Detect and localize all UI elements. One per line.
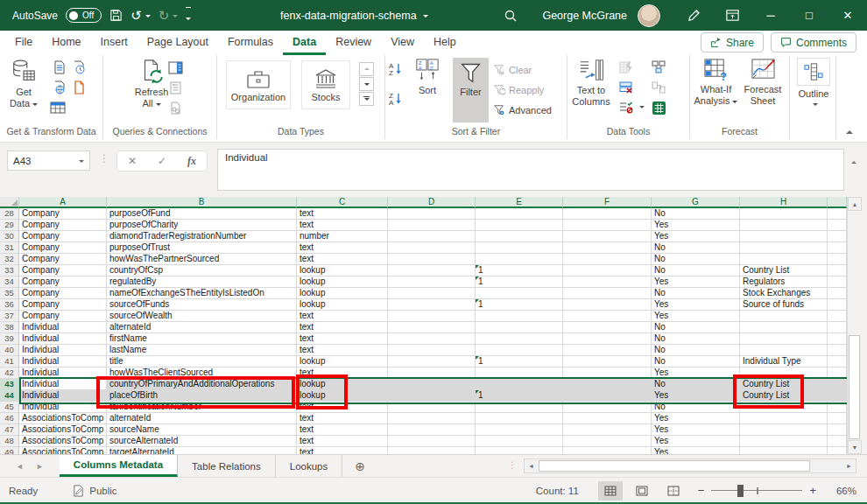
cell-G33[interactable]: No: [652, 265, 740, 276]
filter-button[interactable]: Filter: [453, 58, 489, 122]
cell-E37[interactable]: [476, 311, 563, 322]
from-text-csv-icon[interactable]: [51, 59, 68, 76]
cell-C44[interactable]: lookup: [297, 390, 388, 402]
tab-page-layout[interactable]: Page Layout: [137, 31, 218, 55]
cell-A32[interactable]: Company: [19, 254, 107, 265]
cell-G47[interactable]: Yes: [652, 424, 740, 436]
data-validation-dropdown-icon[interactable]: [639, 106, 645, 111]
cell-I48[interactable]: [828, 436, 847, 447]
row-header-40[interactable]: 40: [0, 345, 19, 356]
cell-A29[interactable]: Company: [19, 220, 107, 231]
zoom-slider-thumb[interactable]: [737, 485, 744, 497]
cell-C41[interactable]: lookup: [297, 356, 388, 368]
existing-connections-icon[interactable]: [70, 79, 88, 96]
cell-C39[interactable]: text: [297, 333, 388, 345]
sort-button[interactable]: ZAAZ Sort: [410, 58, 445, 96]
row-header-34[interactable]: 34: [0, 276, 19, 288]
from-web-icon[interactable]: [51, 79, 68, 96]
cell-H48[interactable]: [740, 436, 828, 447]
cell-I29[interactable]: [828, 220, 847, 231]
cell-E36[interactable]: 1: [476, 299, 563, 311]
cell-B34[interactable]: regulatedBy: [107, 276, 297, 288]
cell-D30[interactable]: [388, 231, 476, 242]
cell-H40[interactable]: [740, 345, 828, 356]
formula-input[interactable]: Individual: [217, 149, 844, 191]
cell-H28[interactable]: [740, 208, 828, 220]
cell-E34[interactable]: 1: [476, 276, 563, 288]
cell-G30[interactable]: Yes: [652, 231, 740, 242]
cell-D40[interactable]: [388, 345, 476, 356]
row-header-43[interactable]: 43: [0, 379, 19, 390]
gallery-more-button[interactable]: [359, 92, 374, 106]
cell-B41[interactable]: title: [107, 356, 297, 368]
cell-B45[interactable]: taxIdentificationNumber: [107, 402, 297, 413]
name-box[interactable]: A43: [7, 150, 90, 171]
sensitivity-button[interactable]: Public: [73, 485, 116, 497]
cell-C36[interactable]: lookup: [297, 299, 388, 311]
autosave-toggle[interactable]: Off: [66, 8, 102, 23]
cell-F42[interactable]: [563, 368, 652, 379]
row-header-48[interactable]: 48: [0, 436, 19, 447]
page-break-preview-button[interactable]: [661, 481, 686, 500]
cell-A39[interactable]: Individual: [19, 333, 107, 345]
cell-H47[interactable]: [740, 424, 828, 436]
cell-G49[interactable]: Yes: [652, 447, 740, 454]
expand-formula-bar-icon[interactable]: [851, 153, 856, 169]
scroll-down-icon[interactable]: ▼: [848, 440, 862, 454]
row-header-32[interactable]: 32: [0, 254, 19, 265]
cell-B36[interactable]: sourceOfFunds: [107, 299, 297, 311]
cell-A42[interactable]: Individual: [19, 368, 107, 379]
cell-I44[interactable]: [828, 390, 847, 402]
search-icon[interactable]: [504, 9, 518, 23]
cell-C34[interactable]: lookup: [297, 276, 388, 288]
tab-view[interactable]: View: [381, 31, 424, 55]
cell-D38[interactable]: [388, 322, 476, 333]
cell-B49[interactable]: targetAlternateId: [107, 447, 297, 454]
sheet-tab-lookups[interactable]: Lookups: [276, 455, 342, 477]
cell-A34[interactable]: Company: [19, 276, 107, 288]
outline-button[interactable]: Outline: [795, 58, 832, 107]
properties-icon[interactable]: [166, 79, 184, 96]
relationships-icon[interactable]: [650, 79, 667, 96]
cell-E32[interactable]: [476, 254, 563, 265]
cell-A47[interactable]: AssociationsToComp: [19, 424, 107, 436]
cell-I49[interactable]: [828, 447, 847, 454]
cell-I37[interactable]: [828, 311, 847, 322]
cell-G32[interactable]: No: [652, 254, 740, 265]
cell-E49[interactable]: [476, 447, 563, 454]
row-header-35[interactable]: 35: [0, 288, 19, 299]
cell-C45[interactable]: text: [297, 402, 388, 413]
cell-A38[interactable]: Individual: [19, 322, 107, 333]
cell-H30[interactable]: [740, 231, 828, 242]
flash-fill-icon[interactable]: [617, 59, 635, 76]
cell-E30[interactable]: [476, 231, 563, 242]
cell-H43[interactable]: Country List: [740, 379, 828, 390]
cell-A40[interactable]: Individual: [19, 345, 107, 356]
cell-C46[interactable]: text: [297, 413, 388, 424]
cell-B39[interactable]: firstName: [107, 333, 297, 345]
zoom-in-icon[interactable]: +: [804, 484, 821, 497]
row-header-47[interactable]: 47: [0, 424, 19, 436]
sheet-tab-columns-metadata[interactable]: Columns Metadata: [60, 455, 178, 477]
cell-I41[interactable]: [828, 356, 847, 368]
cell-A33[interactable]: Company: [19, 265, 107, 276]
cell-B48[interactable]: sourceAlternateId: [107, 436, 297, 447]
horizontal-scroll-thumb[interactable]: [539, 460, 810, 472]
cell-F35[interactable]: [563, 288, 652, 299]
cell-G44[interactable]: Yes: [652, 390, 740, 402]
cell-G40[interactable]: No: [652, 345, 740, 356]
row-header-42[interactable]: 42: [0, 368, 19, 379]
cell-D42[interactable]: [388, 368, 476, 379]
cell-F37[interactable]: [563, 311, 652, 322]
column-header-A[interactable]: A: [19, 197, 107, 208]
cell-D32[interactable]: [388, 254, 476, 265]
cell-E42[interactable]: [476, 368, 563, 379]
cell-H31[interactable]: [740, 242, 828, 254]
cell-B40[interactable]: lastName: [107, 345, 297, 356]
cell-F48[interactable]: [563, 436, 652, 447]
cell-A48[interactable]: AssociationsToComp: [19, 436, 107, 447]
cell-I32[interactable]: [828, 254, 847, 265]
cell-E44[interactable]: 1: [476, 390, 563, 402]
reapply-filter-button[interactable]: Reapply: [493, 82, 544, 98]
cell-D33[interactable]: [388, 265, 476, 276]
